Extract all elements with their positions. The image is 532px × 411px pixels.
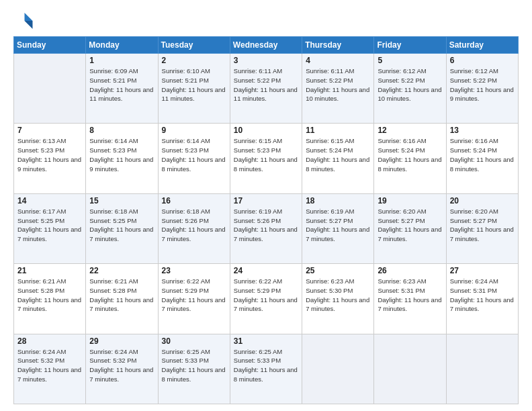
day-info: Sunrise: 6:24 AMSunset: 5:32 PMDaylight:… [89, 347, 154, 384]
calendar-day-cell: 28Sunrise: 6:24 AMSunset: 5:32 PMDayligh… [14, 334, 86, 404]
day-info: Sunrise: 6:17 AMSunset: 5:25 PMDaylight:… [17, 207, 82, 244]
calendar-day-cell: 25Sunrise: 6:23 AMSunset: 5:30 PMDayligh… [302, 264, 374, 334]
calendar-day-cell: 13Sunrise: 6:16 AMSunset: 5:24 PMDayligh… [446, 124, 518, 193]
day-info: Sunrise: 6:22 AMSunset: 5:29 PMDaylight:… [162, 277, 226, 314]
day-info: Sunrise: 6:15 AMSunset: 5:23 PMDaylight:… [234, 136, 298, 173]
day-info: Sunrise: 6:10 AMSunset: 5:21 PMDaylight:… [162, 66, 226, 103]
calendar-day-cell: 27Sunrise: 6:24 AMSunset: 5:31 PMDayligh… [446, 264, 518, 334]
day-number: 3 [234, 56, 298, 65]
calendar-week-row: 1Sunrise: 6:09 AMSunset: 5:21 PMDaylight… [14, 54, 519, 124]
calendar-day-cell: 22Sunrise: 6:21 AMSunset: 5:28 PMDayligh… [86, 264, 158, 334]
day-number: 31 [234, 336, 298, 346]
calendar-day-cell [14, 54, 86, 124]
day-info: Sunrise: 6:20 AMSunset: 5:27 PMDaylight:… [378, 207, 442, 244]
day-info: Sunrise: 6:18 AMSunset: 5:26 PMDaylight:… [162, 207, 226, 244]
svg-marker-2 [15, 13, 25, 21]
day-info: Sunrise: 6:18 AMSunset: 5:25 PMDaylight:… [89, 207, 154, 244]
day-number: 15 [89, 196, 154, 205]
day-number: 14 [17, 196, 82, 205]
weekday-header-sunday: Sunday [14, 37, 86, 54]
day-number: 21 [17, 266, 82, 275]
day-info: Sunrise: 6:22 AMSunset: 5:29 PMDaylight:… [234, 277, 298, 314]
day-number: 30 [162, 336, 226, 346]
calendar-day-cell: 30Sunrise: 6:25 AMSunset: 5:33 PMDayligh… [158, 334, 230, 404]
calendar-day-cell: 17Sunrise: 6:19 AMSunset: 5:26 PMDayligh… [230, 193, 302, 263]
calendar-table: SundayMondayTuesdayWednesdayThursdayFrid… [13, 36, 519, 404]
day-number: 18 [306, 196, 370, 205]
calendar-day-cell [374, 334, 446, 404]
page: SundayMondayTuesdayWednesdayThursdayFrid… [0, 0, 532, 411]
calendar-day-cell: 19Sunrise: 6:20 AMSunset: 5:27 PMDayligh… [374, 193, 446, 263]
day-number: 29 [89, 336, 154, 346]
calendar-day-cell: 1Sunrise: 6:09 AMSunset: 5:21 PMDaylight… [86, 54, 158, 124]
header [13, 11, 519, 31]
day-info: Sunrise: 6:15 AMSunset: 5:24 PMDaylight:… [306, 136, 370, 173]
calendar-day-cell: 10Sunrise: 6:15 AMSunset: 5:23 PMDayligh… [230, 124, 302, 193]
day-number: 12 [378, 126, 442, 135]
day-info: Sunrise: 6:16 AMSunset: 5:24 PMDaylight:… [378, 136, 442, 173]
calendar-day-cell: 7Sunrise: 6:13 AMSunset: 5:23 PMDaylight… [14, 124, 86, 193]
day-info: Sunrise: 6:12 AMSunset: 5:22 PMDaylight:… [450, 66, 515, 103]
day-info: Sunrise: 6:12 AMSunset: 5:22 PMDaylight:… [378, 66, 442, 103]
calendar-day-cell: 15Sunrise: 6:18 AMSunset: 5:25 PMDayligh… [86, 193, 158, 263]
day-number: 22 [89, 266, 154, 275]
weekday-header-thursday: Thursday [302, 37, 374, 54]
logo-icon [13, 11, 34, 31]
weekday-header-row: SundayMondayTuesdayWednesdayThursdayFrid… [14, 37, 519, 54]
calendar-day-cell: 21Sunrise: 6:21 AMSunset: 5:28 PMDayligh… [14, 264, 86, 334]
day-info: Sunrise: 6:21 AMSunset: 5:28 PMDaylight:… [17, 277, 82, 314]
day-number: 25 [306, 266, 370, 275]
day-info: Sunrise: 6:20 AMSunset: 5:27 PMDaylight:… [450, 207, 515, 244]
day-number: 23 [162, 266, 226, 275]
day-info: Sunrise: 6:19 AMSunset: 5:27 PMDaylight:… [306, 207, 370, 244]
day-info: Sunrise: 6:24 AMSunset: 5:32 PMDaylight:… [17, 347, 82, 384]
calendar-day-cell: 11Sunrise: 6:15 AMSunset: 5:24 PMDayligh… [302, 124, 374, 193]
day-info: Sunrise: 6:14 AMSunset: 5:23 PMDaylight:… [162, 136, 226, 173]
calendar-day-cell [302, 334, 374, 404]
svg-marker-1 [25, 21, 33, 29]
day-info: Sunrise: 6:16 AMSunset: 5:24 PMDaylight:… [450, 136, 515, 173]
day-info: Sunrise: 6:13 AMSunset: 5:23 PMDaylight:… [17, 136, 82, 173]
day-info: Sunrise: 6:23 AMSunset: 5:31 PMDaylight:… [378, 277, 442, 314]
day-info: Sunrise: 6:25 AMSunset: 5:33 PMDaylight:… [234, 347, 298, 384]
calendar-week-row: 28Sunrise: 6:24 AMSunset: 5:32 PMDayligh… [14, 334, 519, 404]
logo [13, 11, 36, 31]
calendar-day-cell: 2Sunrise: 6:10 AMSunset: 5:21 PMDaylight… [158, 54, 230, 124]
day-info: Sunrise: 6:25 AMSunset: 5:33 PMDaylight:… [162, 347, 226, 384]
calendar-day-cell: 6Sunrise: 6:12 AMSunset: 5:22 PMDaylight… [446, 54, 518, 124]
day-info: Sunrise: 6:23 AMSunset: 5:30 PMDaylight:… [306, 277, 370, 314]
day-number: 11 [306, 126, 370, 135]
day-number: 4 [306, 56, 370, 65]
day-number: 6 [450, 56, 515, 65]
calendar-day-cell: 3Sunrise: 6:11 AMSunset: 5:22 PMDaylight… [230, 54, 302, 124]
day-info: Sunrise: 6:21 AMSunset: 5:28 PMDaylight:… [89, 277, 154, 314]
day-info: Sunrise: 6:19 AMSunset: 5:26 PMDaylight:… [234, 207, 298, 244]
calendar-day-cell: 5Sunrise: 6:12 AMSunset: 5:22 PMDaylight… [374, 54, 446, 124]
calendar-day-cell: 29Sunrise: 6:24 AMSunset: 5:32 PMDayligh… [86, 334, 158, 404]
weekday-header-wednesday: Wednesday [230, 37, 302, 54]
day-info: Sunrise: 6:14 AMSunset: 5:23 PMDaylight:… [89, 136, 154, 173]
day-info: Sunrise: 6:09 AMSunset: 5:21 PMDaylight:… [89, 66, 154, 103]
calendar-day-cell [446, 334, 518, 404]
day-number: 16 [162, 196, 226, 205]
day-number: 26 [378, 266, 442, 275]
calendar-day-cell: 24Sunrise: 6:22 AMSunset: 5:29 PMDayligh… [230, 264, 302, 334]
day-number: 17 [234, 196, 298, 205]
svg-marker-0 [25, 13, 33, 21]
day-number: 2 [162, 56, 226, 65]
day-info: Sunrise: 6:11 AMSunset: 5:22 PMDaylight:… [306, 66, 370, 103]
calendar-day-cell: 14Sunrise: 6:17 AMSunset: 5:25 PMDayligh… [14, 193, 86, 263]
day-number: 13 [450, 126, 515, 135]
day-number: 7 [17, 126, 82, 135]
calendar-day-cell: 4Sunrise: 6:11 AMSunset: 5:22 PMDaylight… [302, 54, 374, 124]
day-number: 28 [17, 336, 82, 346]
day-number: 24 [234, 266, 298, 275]
calendar-day-cell: 18Sunrise: 6:19 AMSunset: 5:27 PMDayligh… [302, 193, 374, 263]
weekday-header-friday: Friday [374, 37, 446, 54]
calendar-day-cell: 9Sunrise: 6:14 AMSunset: 5:23 PMDaylight… [158, 124, 230, 193]
day-info: Sunrise: 6:11 AMSunset: 5:22 PMDaylight:… [234, 66, 298, 103]
day-number: 8 [89, 126, 154, 135]
day-number: 27 [450, 266, 515, 275]
day-number: 1 [89, 56, 154, 65]
calendar-week-row: 7Sunrise: 6:13 AMSunset: 5:23 PMDaylight… [14, 124, 519, 193]
